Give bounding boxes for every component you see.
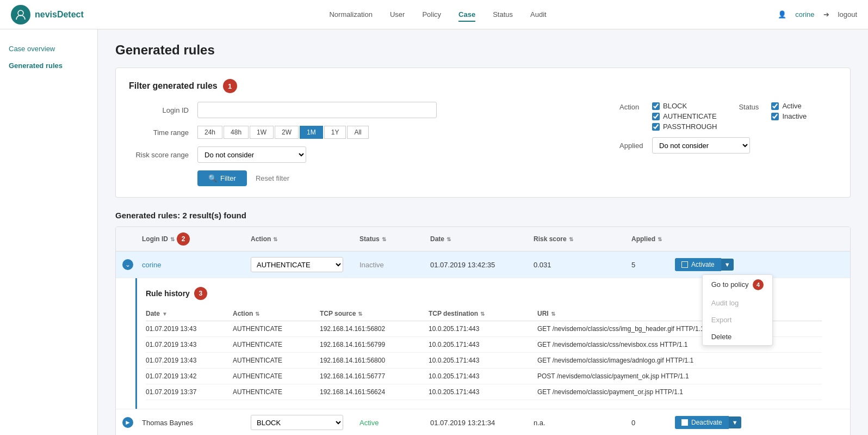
dropdown-delete[interactable]: Delete (703, 328, 772, 345)
sort-login-icon: ⇅ (170, 236, 175, 242)
action-select-corine[interactable]: AUTHENTICATE BLOCK PASSTHROUGH (251, 257, 343, 272)
activate-dropdown-menu: Go to policy 4 Audit log Export Delete (702, 274, 773, 346)
deactivate-button-thomas[interactable]: Deactivate (675, 416, 729, 429)
deactivate-checkbox-icon (681, 419, 688, 426)
th-risk-score: Risk score ⇅ (534, 235, 631, 243)
badge-2: 2 (177, 232, 190, 246)
dropdown-export[interactable]: Export (703, 311, 772, 328)
th-login-id: Login ID ⇅ 2 (142, 232, 251, 246)
status-active-label: Active (782, 102, 801, 110)
status-inactive-checkbox[interactable] (771, 113, 779, 120)
status-active-checkbox[interactable] (771, 102, 779, 110)
time-btn-2w[interactable]: 2W (275, 126, 299, 139)
table-row-thomas: ► Thomas Baynes BLOCK AUTHENTICATE PASST… (116, 409, 850, 435)
filter-login-id-row: Login ID (129, 102, 598, 118)
login-id-input[interactable] (197, 102, 437, 118)
nav-policy[interactable]: Policy (422, 10, 441, 19)
logout-link[interactable]: logout (838, 10, 857, 19)
applied-group: Applied Do not consider (619, 137, 837, 154)
reset-filter-button[interactable]: Reset filter (256, 174, 289, 182)
sort-tcp-dst-icon: ⇅ (480, 311, 485, 317)
badge-4: 4 (753, 280, 764, 289)
login-thomas: Thomas Baynes (142, 419, 251, 427)
time-btn-48h[interactable]: 48h (224, 126, 249, 139)
applied-label: Applied (619, 142, 647, 150)
btn-cell-thomas: Deactivate ▼ (675, 416, 773, 429)
time-btn-24h[interactable]: 24h (197, 126, 222, 139)
filter-risk-score-label: Risk score range (129, 151, 189, 159)
action-passthrough-label: PASSTHROUGH (663, 122, 717, 131)
deactivate-dropdown-btn-thomas[interactable]: ▼ (729, 416, 741, 428)
sort-applied-icon: ⇅ (658, 236, 662, 242)
status-label: Status (739, 102, 766, 111)
sort-status-icon: ⇅ (382, 236, 386, 242)
action-select-cell-thomas: BLOCK AUTHENTICATE PASSTHROUGH (251, 415, 359, 430)
activate-checkbox-icon (681, 261, 688, 268)
action-block-label: BLOCK (663, 102, 687, 110)
time-btn-1w[interactable]: 1W (250, 126, 274, 139)
action-label: Action (619, 102, 647, 111)
nav-case[interactable]: Case (458, 10, 475, 19)
dropdown-go-to-policy[interactable]: Go to policy 4 (703, 275, 772, 295)
filter-action-status: Action BLOCK AUTHENTICATE (619, 102, 837, 131)
filter-login-id-label: Login ID (129, 106, 189, 114)
th-status: Status ⇅ (359, 235, 430, 243)
activate-button-corine[interactable]: Activate (675, 258, 721, 271)
action-authenticate-row[interactable]: AUTHENTICATE (652, 112, 717, 120)
time-btn-1y[interactable]: 1Y (324, 126, 346, 139)
sort-date-h-icon: ▼ (162, 311, 168, 317)
history-row-4: 01.07.2019 13:37 AUTHENTICATE 192.168.14… (146, 384, 822, 400)
hth-date: Date ▼ (146, 310, 233, 317)
expand-btn-corine[interactable]: ⌄ (122, 259, 133, 270)
time-btn-1m[interactable]: 1M (300, 126, 323, 139)
dropdown-audit-log[interactable]: Audit log (703, 295, 772, 311)
badge-1: 1 (223, 79, 237, 93)
action-authenticate-label: AUTHENTICATE (663, 112, 717, 120)
nav-audit[interactable]: Audit (530, 10, 547, 19)
sidebar-item-case-overview[interactable]: Case overview (0, 40, 97, 57)
nav-status[interactable]: Status (493, 10, 513, 19)
topbar: nevisDetect Normalization User Policy Ca… (0, 0, 868, 29)
results-summary: Generated rules: 2 result(s) found (115, 211, 246, 220)
th-date: Date ⇅ (430, 235, 534, 243)
filter-header: Filter generated rules 1 (129, 79, 837, 93)
status-group: Status Active Inactive (739, 102, 807, 131)
action-block-checkbox[interactable] (652, 102, 660, 110)
action-checkboxes: BLOCK AUTHENTICATE PASSTHROUGH (652, 102, 717, 131)
filter-section: Filter generated rules 1 Login ID Time r… (115, 68, 851, 198)
hth-action: Action ⇅ (233, 310, 320, 317)
expand-cell-thomas: ► (122, 417, 142, 428)
applied-select[interactable]: Do not consider (652, 137, 750, 154)
nav-normalization[interactable]: Normalization (329, 10, 372, 19)
logo-area: nevisDetect (11, 5, 98, 24)
filter-header-label: Filter generated rules (129, 81, 218, 91)
filter-left: Login ID Time range 24h 48h 1W 2W 1M 1Y (129, 102, 598, 186)
page-title: Generated rules (115, 42, 851, 58)
status-inactive-row[interactable]: Inactive (771, 112, 807, 120)
status-checkboxes: Active Inactive (771, 102, 807, 120)
action-passthrough-row[interactable]: PASSTHROUGH (652, 122, 717, 131)
activate-dropdown-btn-corine[interactable]: ▼ (721, 259, 734, 271)
action-passthrough-checkbox[interactable] (652, 123, 660, 131)
action-group: Action BLOCK AUTHENTICATE (619, 102, 717, 131)
action-select-thomas[interactable]: BLOCK AUTHENTICATE PASSTHROUGH (251, 415, 343, 430)
username[interactable]: corine (795, 10, 814, 19)
deactivate-group-thomas: Deactivate ▼ (675, 416, 773, 429)
nav-user[interactable]: User (390, 10, 405, 19)
sidebar-item-generated-rules[interactable]: Generated rules (0, 57, 97, 74)
logout-icon: ➔ (823, 10, 829, 19)
page-wrapper: Case overview Generated rules Generated … (0, 29, 868, 435)
user-icon: 👤 (778, 10, 786, 19)
risk-score-select[interactable]: Do not consider (197, 146, 306, 163)
badge-3: 3 (194, 287, 207, 300)
status-active-row[interactable]: Active (771, 102, 807, 110)
expand-btn-thomas[interactable]: ► (122, 417, 133, 428)
filter-button[interactable]: 🔍 Filter (197, 170, 247, 186)
activate-group-corine: Activate ▼ (675, 258, 773, 271)
action-block-row[interactable]: BLOCK (652, 102, 717, 110)
filter-time-range-row: Time range 24h 48h 1W 2W 1M 1Y All (129, 126, 598, 139)
action-authenticate-checkbox[interactable] (652, 113, 660, 120)
status-thomas: Active (359, 419, 430, 427)
time-btn-all[interactable]: All (347, 126, 368, 139)
sort-tcp-src-icon: ⇅ (358, 311, 362, 317)
